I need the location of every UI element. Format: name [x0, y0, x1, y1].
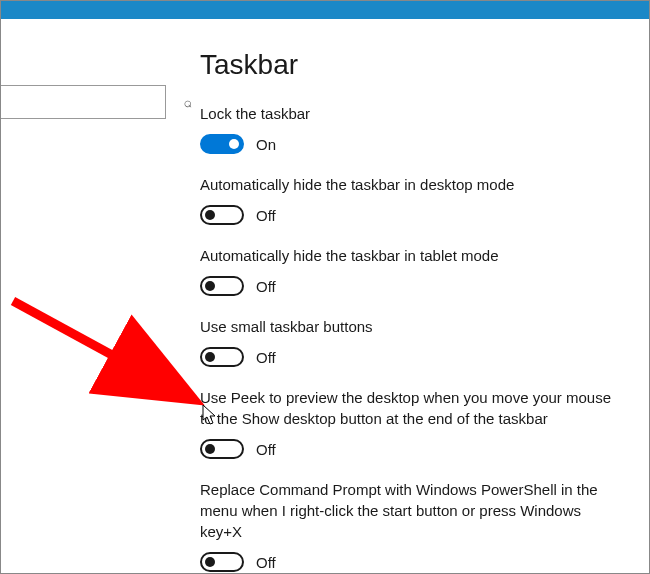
toggle-state: Off — [256, 441, 276, 458]
window-titlebar — [1, 1, 649, 19]
toggle-autohide-tablet[interactable] — [200, 276, 244, 296]
toggle-small-buttons[interactable] — [200, 347, 244, 367]
search-icon: ⌕ — [184, 94, 192, 110]
page-title: Taskbar — [200, 49, 629, 81]
search-input[interactable] — [1, 94, 184, 110]
toggle-state: On — [256, 136, 276, 153]
setting-label: Automatically hide the taskbar in tablet… — [200, 245, 620, 266]
setting-small-buttons: Use small taskbar buttons Off — [200, 316, 629, 367]
setting-label: Lock the taskbar — [200, 103, 620, 124]
toggle-state: Off — [256, 278, 276, 295]
toggle-lock-taskbar[interactable] — [200, 134, 244, 154]
setting-autohide-tablet: Automatically hide the taskbar in tablet… — [200, 245, 629, 296]
setting-label: Automatically hide the taskbar in deskto… — [200, 174, 620, 195]
setting-label: Replace Command Prompt with Windows Powe… — [200, 479, 620, 542]
toggle-state: Off — [256, 349, 276, 366]
setting-label: Use small taskbar buttons — [200, 316, 620, 337]
toggle-peek-preview[interactable] — [200, 439, 244, 459]
settings-panel: Taskbar Lock the taskbar On Automaticall… — [200, 49, 629, 574]
setting-peek-preview: Use Peek to preview the desktop when you… — [200, 387, 629, 459]
setting-lock-taskbar: Lock the taskbar On — [200, 103, 629, 154]
setting-autohide-desktop: Automatically hide the taskbar in deskto… — [200, 174, 629, 225]
toggle-state: Off — [256, 554, 276, 571]
toggle-autohide-desktop[interactable] — [200, 205, 244, 225]
toggle-powershell-replace[interactable] — [200, 552, 244, 572]
toggle-state: Off — [256, 207, 276, 224]
setting-powershell-replace: Replace Command Prompt with Windows Powe… — [200, 479, 629, 572]
setting-label: Use Peek to preview the desktop when you… — [200, 387, 620, 429]
search-box[interactable]: ⌕ — [1, 85, 166, 119]
